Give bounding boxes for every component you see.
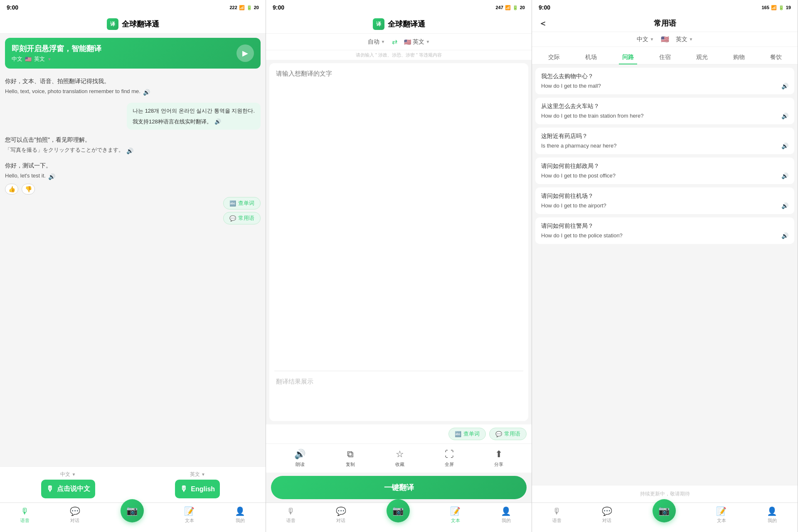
voice-left: 中文 ▼ 🎙 点击说中文: [5, 471, 131, 498]
bottom-action-bar-2: 🔤 查单词 💬 常用语: [266, 424, 532, 443]
tool-read-aloud[interactable]: 🔊 朗读: [294, 449, 305, 468]
tool-fullscreen[interactable]: ⛶ 全屏: [445, 449, 454, 468]
phrase-zh-4: 请问如何前往机场？: [541, 192, 788, 200]
thumbs-up-button[interactable]: 👍: [5, 184, 18, 195]
phrase-item-0[interactable]: 我怎么去购物中心？ How do I get to the mall? 🔊: [535, 68, 794, 94]
banner-lang: 中文 🇺🇸 英文 ▼: [12, 55, 101, 63]
play-button[interactable]: ▶: [236, 44, 254, 62]
voice-btn-chinese[interactable]: 🎙 点击说中文: [41, 480, 95, 498]
sound-icon-phrase-5[interactable]: 🔊: [781, 232, 788, 239]
mic-nav-icon-3: 🎙: [553, 507, 561, 516]
tab-airport[interactable]: 机场: [582, 51, 600, 64]
phrase-item-5[interactable]: 请问如何前往警局？ How do I get to the police sta…: [535, 217, 794, 244]
back-button[interactable]: ＜: [539, 18, 547, 29]
nav-camera-2[interactable]: 📷: [387, 499, 410, 522]
sound-icon-3[interactable]: 🔊: [126, 147, 133, 155]
phrase-button-2[interactable]: 💬 常用语: [489, 428, 527, 440]
app-header-1: 译 全球翻译通: [0, 15, 266, 34]
nav-voice-2[interactable]: 🎙 语音: [286, 507, 296, 524]
nav-text-3[interactable]: 📝 文本: [716, 506, 727, 524]
mic-nav-icon-2: 🎙: [287, 507, 295, 516]
nav-voice-3[interactable]: 🎙 语音: [552, 507, 562, 524]
text-nav-icon-1: 📝: [184, 506, 195, 516]
tool-favorite[interactable]: ☆ 收藏: [395, 449, 404, 468]
nav-camera-1[interactable]: 📷: [121, 499, 144, 522]
phrase-zh-2: 这附近有药店吗？: [541, 133, 788, 140]
tab-dining[interactable]: 餐饮: [767, 51, 785, 64]
camera-icon-3: 📷: [658, 505, 670, 516]
tab-social[interactable]: 交际: [545, 51, 563, 64]
status-icons-1: 222 📶 🔋 20: [229, 5, 259, 10]
translation-input[interactable]: [269, 63, 528, 371]
nav-mine-1[interactable]: 👤 我的: [235, 506, 245, 524]
swap-icon[interactable]: ⇄: [392, 38, 397, 46]
nav-mine-3[interactable]: 👤 我的: [767, 506, 777, 524]
nav-chat-2[interactable]: 💬 对话: [336, 506, 346, 524]
camera-icon-1: 📷: [126, 505, 138, 516]
phrase-item-2[interactable]: 这附近有药店吗？ Is there a pharmacy near here? …: [535, 128, 794, 154]
feedback-buttons: 👍 👎: [5, 184, 197, 195]
bubble-zh-4: 你好，测试一下。: [5, 161, 197, 170]
translation-placeholder: 翻译结果展示: [276, 378, 313, 385]
app-logo-1: 译: [107, 18, 118, 30]
voice-btn-english[interactable]: 🎙 English: [175, 480, 220, 498]
flag-emoji-3: 🇺🇸: [661, 35, 669, 43]
tool-copy[interactable]: ⧉ 复制: [346, 449, 355, 468]
phrase-item-4[interactable]: 请问如何前往机场？ How do I get to the airport? 🔊: [535, 187, 794, 214]
phrase-en-1: How do I get to the train station from h…: [541, 113, 788, 119]
camera-icon-2: 📷: [392, 505, 404, 516]
nav-text-1[interactable]: 📝 文本: [184, 506, 195, 524]
sound-icon-phrase-3[interactable]: 🔊: [781, 172, 788, 179]
tab-directions[interactable]: 问路: [619, 51, 637, 64]
thumbs-down-button[interactable]: 👎: [22, 184, 35, 195]
sound-icon-phrase-0[interactable]: 🔊: [781, 83, 788, 89]
phrase-lang-from[interactable]: 中文 ▼: [637, 36, 654, 43]
text-input-area: 翻译结果展示: [269, 63, 528, 421]
warning-text: 请勿输入 " 涉政、涉恐、涉密 " 等违规内容: [266, 50, 532, 60]
status-bar-3: 9:00 165 📶 🔋 19: [532, 0, 798, 15]
lang-from-selector[interactable]: 自动 ▼: [368, 38, 385, 46]
lang-to-selector[interactable]: 🇺🇸 英文 ▼: [404, 38, 430, 46]
phrase-icon-2: 💬: [495, 431, 502, 437]
vocab-button-2[interactable]: 🔤 查单词: [448, 428, 486, 440]
voice-right: 英文 ▼ 🎙 English: [135, 471, 261, 498]
lang-switch-bar-2: 自动 ▼ ⇄ 🇺🇸 英文 ▼: [266, 34, 532, 50]
phrase-item-1[interactable]: 从这里怎么去火车站？ How do I get to the train sta…: [535, 98, 794, 124]
nav-text-2[interactable]: 📝 文本: [450, 506, 461, 524]
flag-emoji-2: 🇺🇸: [404, 39, 411, 45]
tab-shopping[interactable]: 购物: [730, 51, 748, 64]
tab-sightseeing[interactable]: 观光: [693, 51, 711, 64]
banner-text: 即刻开启悬浮窗，智能翻译: [12, 44, 101, 54]
text-nav-icon-3: 📝: [716, 506, 727, 516]
sound-icon-2[interactable]: 🔊: [214, 118, 221, 126]
app-logo-2: 译: [373, 18, 384, 30]
phrase-en-5: How do I get to the police station? 🔊: [541, 232, 788, 239]
nav-chat-3[interactable]: 💬 对话: [602, 506, 612, 524]
sound-icon-4[interactable]: 🔊: [48, 172, 55, 181]
sound-icon-phrase-1[interactable]: 🔊: [781, 113, 788, 119]
sound-icon-phrase-4[interactable]: 🔊: [781, 202, 788, 209]
chevron-down-icon-1: ▼: [47, 57, 52, 62]
translate-button[interactable]: 一键翻译: [271, 476, 527, 499]
phrase-item-3[interactable]: 请问如何前往邮政局？ How do I get to the post offi…: [535, 158, 794, 184]
tool-share[interactable]: ⬆ 分享: [494, 449, 503, 468]
tool-icons-row: 🔊 朗读 ⧉ 复制 ☆ 收藏 ⛶ 全屏 ⬆ 分享: [266, 443, 532, 473]
chat-group-2: 나는 128개 언어의 온라인 실시간 통역을 지원한다. 我支持128种语言在…: [5, 103, 261, 130]
app-title-1: 全球翻译通: [122, 19, 159, 29]
nav-voice-1[interactable]: 🎙 语音: [20, 507, 30, 524]
nav-mine-2[interactable]: 👤 我的: [501, 506, 511, 524]
phrase-button-1[interactable]: 💬 常用语: [223, 212, 261, 224]
status-bar-2: 9:00 247 📶 🔋 20: [266, 0, 532, 15]
sound-icon-phrase-2[interactable]: 🔊: [781, 143, 788, 149]
chevron-down-to: ▼: [426, 39, 430, 44]
vocab-button-1[interactable]: 🔤 查单词: [223, 197, 261, 209]
nav-chat-1[interactable]: 💬 对话: [70, 506, 80, 524]
app-title-2: 全球翻译通: [388, 19, 425, 29]
sound-icon-1[interactable]: 🔊: [143, 88, 150, 97]
nav-camera-3[interactable]: 📷: [653, 499, 676, 522]
tab-lodging[interactable]: 住宿: [656, 51, 674, 64]
phrase-lang-to[interactable]: 英文 ▼: [676, 36, 693, 43]
user-nav-icon-2: 👤: [501, 506, 511, 516]
promo-banner[interactable]: 即刻开启悬浮窗，智能翻译 中文 🇺🇸 英文 ▼ ▶: [5, 38, 261, 69]
chat-messages: 你好，文本、语音、拍照翻译记得找我。 Hello, text, voice, p…: [0, 73, 266, 466]
